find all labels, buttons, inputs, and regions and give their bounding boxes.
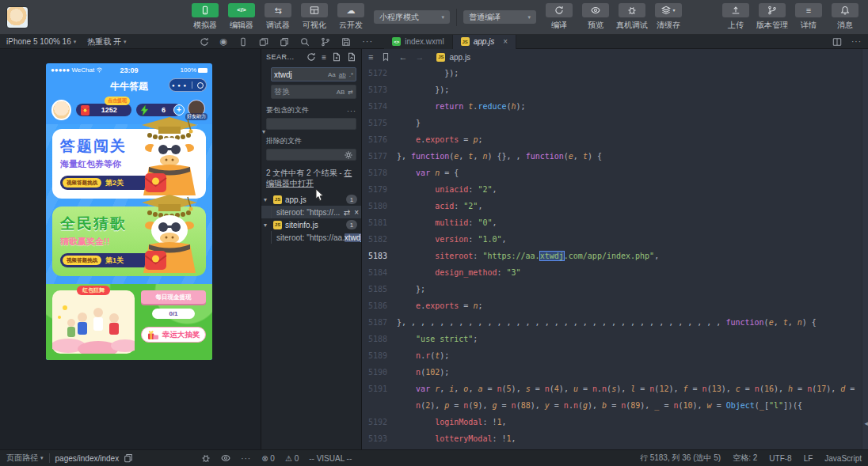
editor-right-gutter[interactable] [862,49,868,449]
wechat-capsule[interactable]: ● ● ● [169,78,207,92]
lucky-draw-button[interactable]: 幸运大抽奖 [141,327,206,343]
eol-setting[interactable]: LF [804,454,813,463]
code-line[interactable]: 5186 e.exports = n; [362,297,862,314]
code-line[interactable]: 5184 design_method: "3" [362,264,862,281]
close-tab-icon[interactable]: × [503,37,508,46]
more-actions-icon[interactable]: ··· [851,37,862,46]
more-status-icon[interactable]: ··· [241,454,251,463]
device-selector[interactable]: iPhone 5 100% 16 ▾ [6,37,76,46]
search-icon[interactable] [300,37,310,47]
search-input[interactable]: xtwdj Aa ab .* [271,67,356,81]
code-line[interactable]: n(2), p = n(9), g = n(88), y = n.n(g), b… [362,397,862,414]
player-avatar[interactable] [51,100,71,120]
copy-icon[interactable] [280,37,289,47]
code-line[interactable]: 5178 var n = { [362,165,862,181]
result-match-row[interactable]: siteroot: "https://...⇄× [261,206,361,218]
search-details-toggle[interactable]: ··· [347,107,356,115]
right-list-button[interactable]: ≡详情 [790,3,827,31]
toggle-replace-chevron[interactable]: ▾ [262,128,265,135]
result-file-row[interactable]: ▾JSsiteinfo.js1 [261,218,361,231]
open-in-editor-icon[interactable] [347,52,356,62]
result-match-row[interactable]: siteroot: "https://aa.xtwdj.... [261,231,361,244]
dance-activity-card[interactable]: 红包狂舞 [52,290,135,354]
record-icon[interactable]: ◉ [220,37,228,46]
refresh-search-icon[interactable] [306,52,316,62]
right-upload-button[interactable]: 上传 [718,3,754,31]
replace-all-icon[interactable]: ⇄ [348,89,353,96]
code-line[interactable]: 5189 n.r(t); [362,347,862,364]
right-bell-button[interactable]: 消息 [827,3,863,31]
action-layers-button[interactable]: ▾清缓存 [650,3,687,31]
code-line[interactable]: 5179 uniacid: "2", [362,181,862,198]
bookmark-icon[interactable] [381,52,390,62]
preserve-case-icon[interactable]: AB [337,89,345,96]
code-line[interactable]: 5191 var r, i, o, a = n(5), s = n(4), u … [362,381,862,397]
replace-match-icon[interactable]: ⇄ [344,208,350,217]
whole-word-icon[interactable]: ab [339,71,346,78]
nav-back-icon[interactable]: ← [398,52,407,62]
debug-icon[interactable] [201,453,211,463]
regex-icon[interactable]: .* [349,71,353,78]
error-count[interactable]: ⊗ 0 [261,454,275,463]
dismiss-match-icon[interactable]: × [354,208,359,217]
tab-index.wxml[interactable]: <>index.wxml [384,35,452,49]
mode-swap-button[interactable]: ⇆调试器 [260,3,296,31]
result-file-row[interactable]: ▾JSapp.js1 [261,193,361,206]
code-line[interactable]: 5180 acid: "2", [362,198,862,214]
new-search-editor-icon[interactable] [332,52,341,62]
song-banner[interactable]: 全民猜歌 猜歌赢奖金!! 视频答题挑战 第1关 [52,206,206,276]
code-line[interactable]: 5173 }); [362,81,862,98]
appmode-select[interactable]: 小程序模式 ▾ [374,10,450,24]
code-line[interactable]: 5183 siteroot: "https://aa.xtwdj.com/app… [362,248,862,264]
gear-icon[interactable] [344,150,353,160]
save-icon[interactable] [341,37,351,47]
code-line[interactable]: 5193 lotteryModal: !1, [362,430,862,447]
code-line[interactable]: 5187}, , , , , , , , , , , , , , , , , ,… [362,314,862,331]
capsule-menu-icon[interactable]: ● ● ● [172,83,187,88]
code-line[interactable]: 5176 e.exports = p; [362,131,862,148]
coin-counter[interactable]: 1252 点击提现 [76,104,131,116]
cursor-position[interactable]: 行 5183, 列 36 (选中 5) [640,453,721,464]
user-avatar[interactable] [6,6,29,28]
nav-forward-icon[interactable]: → [415,52,424,62]
exclude-files-input[interactable] [266,149,356,161]
compile-select[interactable]: 普通编译 ▾ [463,10,536,24]
refresh-icon[interactable] [200,37,209,47]
panel-expand-arrow[interactable]: ◂ [864,419,868,427]
mode-layout-button[interactable]: 可视化 [296,3,333,31]
warning-count[interactable]: ⚠ 0 [285,454,299,463]
split-editor-icon[interactable] [832,37,842,47]
replace-input[interactable]: 替换 AB ⇄ [271,85,356,99]
windows-icon[interactable] [259,37,268,47]
code-line[interactable]: 5190 n(102); [362,364,862,381]
daily-withdraw-banner[interactable]: 每日现金提现 [141,290,206,304]
match-case-icon[interactable]: Aa [328,71,336,78]
action-bug-button[interactable]: 真机调试 [614,3,650,31]
mode-phone-button[interactable]: 模拟器 [187,3,223,31]
code-line[interactable]: 5188 "use strict"; [362,331,862,347]
mode-cloud-button[interactable]: ☁云开发 [333,3,369,31]
code-line[interactable]: 5181 multiid: "0", [362,214,862,231]
copy-path-icon[interactable] [124,453,133,463]
more-icon[interactable]: ··· [362,37,373,46]
tab-app.js[interactable]: JSapp.js× [453,35,517,49]
encoding-setting[interactable]: UTF-8 [769,454,791,463]
outline-icon[interactable]: ≡ [368,52,373,62]
right-branch-button[interactable]: 版本管理 [754,3,790,31]
phone-simulator[interactable]: ●●●●● WeChat 23:09 100% 牛牛答题 ● ● ● [46,63,212,360]
action-refresh-button[interactable]: 编译 [541,3,577,31]
code-line[interactable]: 5192 loginModal: !1, [362,414,862,430]
indentation-setting[interactable]: 空格: 2 [733,453,757,464]
capsule-close-icon[interactable] [197,82,204,89]
quiz-banner[interactable]: 答题闯关 海量红包券等你 视频答题挑战 第2关 [52,129,206,199]
branch-icon[interactable] [321,37,330,47]
code-line[interactable]: 5175 } [362,115,862,131]
code-line[interactable]: 5172 }); [362,65,862,81]
code-area[interactable]: 5172 });5173 });5174 return t.reduce(h);… [362,65,862,449]
mode-code-button[interactable]: </>编辑器 [223,3,260,31]
hot-reload-toggle[interactable]: 热重载 开 ▾ [87,36,126,47]
preview-icon[interactable] [221,453,230,463]
code-line[interactable]: 5182 version: "1.0", [362,231,862,248]
code-line[interactable]: 5174 return t.reduce(h); [362,98,862,115]
code-line[interactable]: 5177}, function(e, t, n) {}, , function(… [362,148,862,165]
